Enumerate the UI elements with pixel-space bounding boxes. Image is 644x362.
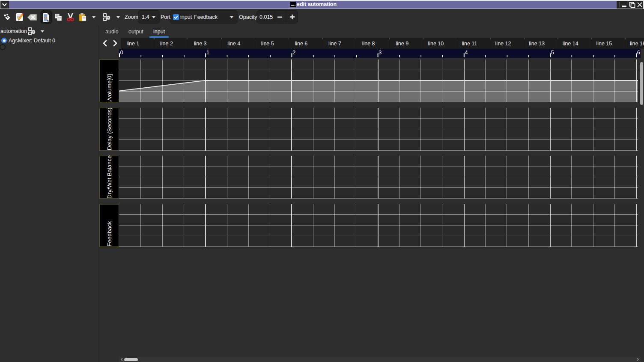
svg-text:1: 1 xyxy=(206,49,209,56)
svg-text:0: 0 xyxy=(120,49,123,56)
svg-text:5: 5 xyxy=(551,49,554,56)
svg-text:3: 3 xyxy=(379,49,382,56)
svg-text:2: 2 xyxy=(292,49,295,56)
svg-text:4: 4 xyxy=(465,49,468,56)
svg-text:6: 6 xyxy=(637,49,640,56)
